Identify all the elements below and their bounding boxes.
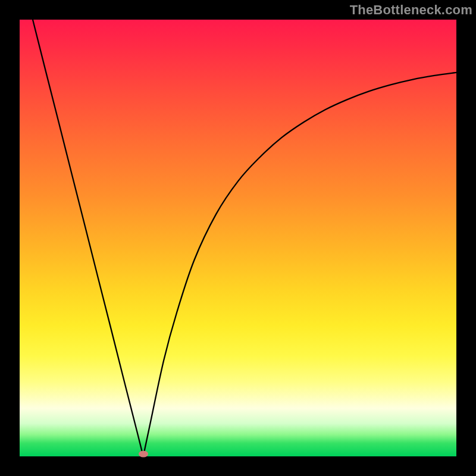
- plot-area: [20, 20, 456, 456]
- curve-svg: [20, 20, 456, 456]
- chart-frame: TheBottleneck.com: [0, 0, 476, 476]
- minimum-marker: [139, 451, 148, 458]
- watermark-text: TheBottleneck.com: [350, 2, 472, 18]
- curve-right-branch: [143, 73, 456, 456]
- curve-left-branch: [33, 20, 143, 456]
